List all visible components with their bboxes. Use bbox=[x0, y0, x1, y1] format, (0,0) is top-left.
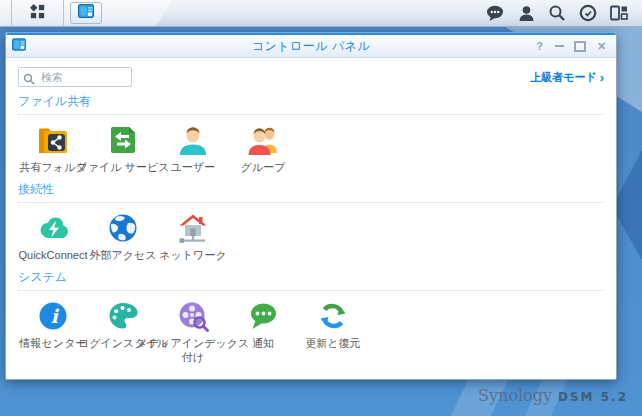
group-icon bbox=[245, 122, 281, 158]
section-title-file-sharing: ファイル共有 bbox=[18, 93, 604, 115]
cp-item-notifications[interactable]: 通知 bbox=[228, 298, 298, 363]
taskbar-right bbox=[484, 3, 642, 23]
advanced-mode-link[interactable]: 上級者モード › bbox=[530, 70, 604, 85]
info-center-icon: i bbox=[35, 298, 71, 334]
main-menu-icon bbox=[29, 3, 46, 24]
maximize-button[interactable] bbox=[574, 41, 586, 52]
user-icon bbox=[175, 122, 211, 158]
chevron-right-icon: › bbox=[600, 71, 604, 84]
dsm-version-text: DSM 5.2 bbox=[558, 390, 628, 404]
search-input[interactable] bbox=[18, 67, 132, 87]
globe-icon bbox=[105, 210, 141, 246]
cp-item-media-indexing[interactable]: メディアインデックス 付け bbox=[158, 298, 228, 363]
section-items: i 情報センター ログインスタ bbox=[18, 298, 604, 363]
notifications-button[interactable] bbox=[484, 3, 506, 23]
window-title: コントロール パネル bbox=[6, 38, 616, 55]
section-items: 共有フォルダ ファイル サービス bbox=[18, 122, 604, 174]
file-services-icon bbox=[105, 122, 141, 158]
search-button[interactable] bbox=[546, 3, 568, 23]
user-options-button[interactable] bbox=[515, 3, 537, 23]
film-reel-magnifier-icon bbox=[175, 298, 211, 334]
control-panel-window: コントロール パネル ? ✕ bbox=[5, 32, 617, 380]
palette-icon bbox=[105, 298, 141, 334]
pilot-view-button[interactable] bbox=[608, 3, 630, 23]
close-button[interactable]: ✕ bbox=[596, 41, 607, 52]
cp-item-update-restore[interactable]: 更新と復元 bbox=[298, 298, 368, 363]
desktop: コントロール パネル ? ✕ bbox=[0, 0, 642, 416]
network-house-icon bbox=[175, 210, 211, 246]
section-items: QuickConnect 外部アクセス bbox=[18, 210, 604, 262]
cp-item-label: ネットワーク bbox=[134, 249, 252, 262]
search-icon bbox=[23, 71, 35, 89]
cp-item-group[interactable]: グループ bbox=[228, 122, 298, 174]
quickconnect-cloud-icon bbox=[35, 210, 71, 246]
taskbar-control-panel-button[interactable] bbox=[70, 2, 102, 24]
search-box[interactable] bbox=[18, 67, 132, 87]
advanced-mode-label: 上級者モード bbox=[530, 70, 597, 85]
cp-item-label: 更新と復元 bbox=[274, 337, 392, 350]
update-restore-icon bbox=[315, 298, 351, 334]
control-panel-app-icon bbox=[78, 4, 94, 22]
main-menu-button[interactable] bbox=[11, 0, 64, 26]
speech-bubble-icon bbox=[245, 298, 281, 334]
control-panel-content: 上級者モード › ファイル共有 bbox=[6, 58, 616, 379]
minimize-button[interactable] bbox=[555, 45, 564, 47]
section-title-system: システム bbox=[18, 269, 604, 291]
taskbar-left bbox=[0, 0, 102, 26]
section-title-connectivity: 接続性 bbox=[18, 181, 604, 203]
cp-item-label: グループ bbox=[204, 161, 322, 174]
cp-item-info-center[interactable]: i 情報センター bbox=[18, 298, 88, 363]
taskbar bbox=[0, 0, 642, 27]
titlebar[interactable]: コントロール パネル ? ✕ bbox=[6, 33, 616, 58]
window-controls: ? ✕ bbox=[534, 41, 616, 52]
help-button[interactable]: ? bbox=[534, 41, 545, 52]
cp-item-network[interactable]: ネットワーク bbox=[158, 210, 228, 262]
widgets-button[interactable] bbox=[577, 3, 599, 23]
shared-folder-icon bbox=[35, 122, 71, 158]
